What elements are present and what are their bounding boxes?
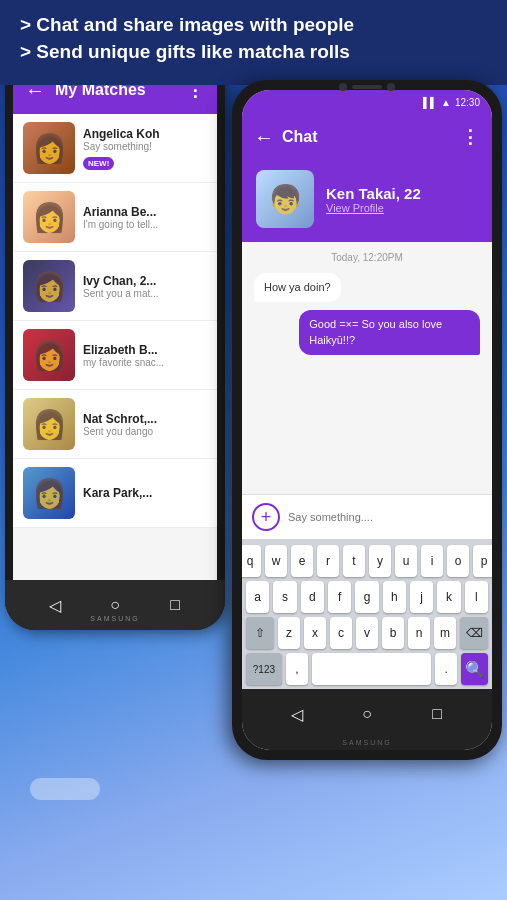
menu-button-right[interactable]: ⋮: [461, 126, 480, 148]
wifi-icon-right: ▲: [441, 97, 451, 108]
ken-avatar: 👦: [256, 170, 314, 228]
back-nav-right[interactable]: ◁: [282, 699, 312, 729]
banner-line1: > Chat and share images with people: [20, 14, 354, 35]
match-name-1: Angelica Koh: [83, 127, 207, 141]
add-media-button[interactable]: +: [252, 503, 280, 531]
avatar-1: 👩: [23, 122, 75, 174]
plus-icon: +: [261, 507, 272, 528]
bottom-nav-right: ◁ ○ □: [242, 689, 492, 739]
match-name-3: Ivy Chan, 2...: [83, 274, 207, 288]
status-bar-right: ▌▌ ▲ 12:30: [254, 90, 480, 114]
avatar-3: 👩: [23, 260, 75, 312]
key-period[interactable]: .: [435, 653, 457, 685]
chat-input-bar: +: [242, 494, 492, 539]
speaker-right: [352, 85, 382, 89]
key-f[interactable]: f: [328, 581, 351, 613]
key-123[interactable]: ?123: [246, 653, 282, 685]
chat-profile-section: 👦 Ken Takai, 22 View Profile: [242, 160, 492, 242]
key-y[interactable]: y: [369, 545, 391, 577]
delete-key[interactable]: ⌫: [460, 617, 488, 649]
message-bubble-right: Good =×= So you also love Haikyū!!?: [299, 310, 480, 355]
profile-info: Ken Takai, 22 View Profile: [326, 185, 478, 214]
home-nav-right[interactable]: ○: [352, 699, 382, 729]
chat-messages-area: Today, 12:20PM How ya doin? Good =×= So …: [242, 242, 492, 494]
key-d[interactable]: d: [301, 581, 324, 613]
match-name-2: Arianna Be...: [83, 205, 207, 219]
key-v[interactable]: v: [356, 617, 378, 649]
back-button-right[interactable]: ←: [254, 126, 274, 149]
avatar-4: 👩: [23, 329, 75, 381]
list-item[interactable]: 👩 Angelica Koh Say something! NEW!: [13, 114, 217, 183]
recents-nav-left[interactable]: □: [160, 590, 190, 620]
key-i[interactable]: i: [421, 545, 443, 577]
key-w[interactable]: w: [265, 545, 287, 577]
list-item[interactable]: 👩 Arianna Be... I'm going to tell...: [13, 183, 217, 252]
bottom-nav-left: ◁ ○ □: [5, 580, 225, 630]
key-o[interactable]: o: [447, 545, 469, 577]
list-item[interactable]: 👩 Nat Schrot,... Sent you dango: [13, 390, 217, 459]
key-x[interactable]: x: [304, 617, 326, 649]
view-profile-link[interactable]: View Profile: [326, 202, 478, 214]
messages-inner: How ya doin? Good =×= So you also love H…: [254, 273, 480, 363]
chat-title: Chat: [282, 128, 453, 146]
key-r[interactable]: r: [317, 545, 339, 577]
match-name-4: Elizabeth B...: [83, 343, 207, 357]
avatar-6: 👩: [23, 467, 75, 519]
key-q[interactable]: q: [242, 545, 261, 577]
top-banner: > Chat and share images with people > Se…: [0, 0, 507, 85]
key-l[interactable]: l: [465, 581, 488, 613]
ken-person-icon: 👦: [256, 170, 314, 228]
profile-name: Ken Takai, 22: [326, 185, 478, 202]
key-comma[interactable]: ,: [286, 653, 308, 685]
back-nav-left[interactable]: ◁: [40, 590, 70, 620]
key-m[interactable]: m: [434, 617, 456, 649]
key-n[interactable]: n: [408, 617, 430, 649]
keyboard: q w e r t y u i o p a s d f g h j k: [242, 539, 492, 689]
list-item[interactable]: 👩 Elizabeth B... my favorite snac...: [13, 321, 217, 390]
key-t[interactable]: t: [343, 545, 365, 577]
key-p[interactable]: p: [473, 545, 492, 577]
signal-icon-right: ▌▌: [423, 97, 437, 108]
key-h[interactable]: h: [383, 581, 406, 613]
person-icon-6: 👩: [23, 467, 75, 519]
chat-title-bar: ← Chat ⋮: [254, 114, 480, 160]
key-u[interactable]: u: [395, 545, 417, 577]
match-subtitle-5: Sent you dango: [83, 426, 207, 437]
keyboard-row-3: ⇧ z x c v b n m ⌫: [246, 617, 488, 649]
person-icon-2: 👩: [23, 191, 75, 243]
key-j[interactable]: j: [410, 581, 433, 613]
search-key[interactable]: 🔍: [461, 653, 488, 685]
key-c[interactable]: c: [330, 617, 352, 649]
recents-nav-right[interactable]: □: [422, 699, 452, 729]
avatar-5: 👩: [23, 398, 75, 450]
list-item[interactable]: 👩 Ivy Chan, 2... Sent you a mat...: [13, 252, 217, 321]
match-info-6: Kara Park,...: [83, 486, 207, 500]
list-item[interactable]: 👩 Kara Park,...: [13, 459, 217, 528]
time-right: 12:30: [455, 97, 480, 108]
camera-right-2: [387, 83, 395, 91]
person-icon-1: 👩: [23, 122, 75, 174]
cloud-decoration-3: [30, 778, 100, 800]
chat-input[interactable]: [288, 511, 482, 523]
samsung-label-left: SAMSUNG: [90, 615, 139, 622]
match-subtitle-4: my favorite snac...: [83, 357, 207, 368]
person-icon-3: 👩: [23, 260, 75, 312]
match-subtitle-3: Sent you a mat...: [83, 288, 207, 299]
key-z[interactable]: z: [278, 617, 300, 649]
shift-key[interactable]: ⇧: [246, 617, 274, 649]
match-subtitle-1: Say something!: [83, 141, 207, 152]
key-k[interactable]: k: [437, 581, 460, 613]
phone-right: ▌▌ ▲ 12:30 ← Chat ⋮ 👦 Ken Takai, 22 View…: [232, 80, 502, 760]
match-info-4: Elizabeth B... my favorite snac...: [83, 343, 207, 368]
key-g[interactable]: g: [355, 581, 378, 613]
key-a[interactable]: a: [246, 581, 269, 613]
camera-right: [339, 83, 347, 91]
space-key[interactable]: [312, 653, 431, 685]
keyboard-row-2: a s d f g h j k l: [246, 581, 488, 613]
key-e[interactable]: e: [291, 545, 313, 577]
match-info-1: Angelica Koh Say something! NEW!: [83, 127, 207, 170]
match-subtitle-2: I'm going to tell...: [83, 219, 207, 230]
key-b[interactable]: b: [382, 617, 404, 649]
key-s[interactable]: s: [273, 581, 296, 613]
avatar-2: 👩: [23, 191, 75, 243]
